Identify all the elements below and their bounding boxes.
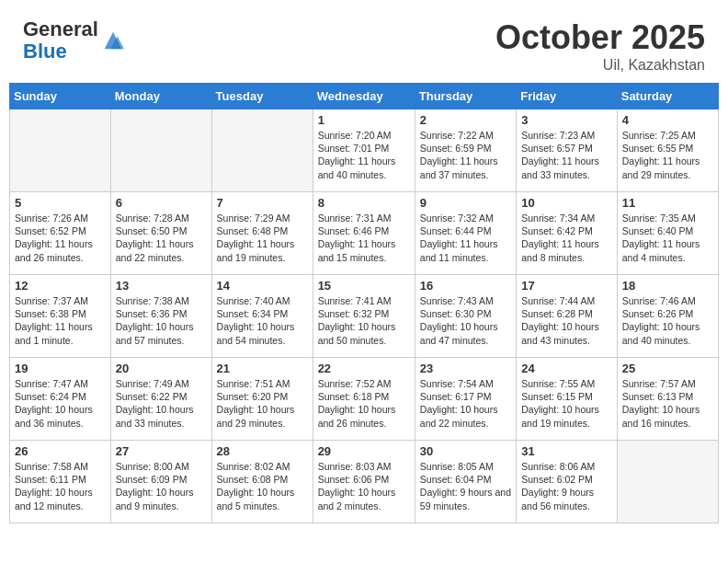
day-info: Sunrise: 8:02 AM Sunset: 6:08 PM Dayligh… [217,460,308,512]
day-number: 6 [116,196,207,210]
day-info: Sunrise: 7:41 AM Sunset: 6:32 PM Dayligh… [318,294,410,347]
calendar-day-cell: 10Sunrise: 7:34 AM Sunset: 6:42 PM Dayli… [517,192,618,275]
day-number: 30 [420,444,511,458]
calendar-day-cell: 20Sunrise: 7:49 AM Sunset: 6:22 PM Dayli… [110,358,211,441]
calendar-week-5: 26Sunrise: 7:58 AM Sunset: 6:11 PM Dayli… [10,441,719,523]
day-number: 3 [521,113,612,127]
day-number: 11 [622,196,713,210]
day-info: Sunrise: 8:05 AM Sunset: 6:04 PM Dayligh… [420,460,511,512]
day-info: Sunrise: 7:43 AM Sunset: 6:30 PM Dayligh… [420,294,511,347]
calendar-week-4: 19Sunrise: 7:47 AM Sunset: 6:24 PM Dayli… [10,358,719,441]
day-info: Sunrise: 7:54 AM Sunset: 6:17 PM Dayligh… [420,377,511,430]
calendar-day-cell: 31Sunrise: 8:06 AM Sunset: 6:02 PM Dayli… [517,441,618,523]
logo-blue: Blue [23,40,67,63]
day-number: 9 [420,196,511,210]
weekday-header-saturday: Saturday [617,84,718,109]
day-info: Sunrise: 7:25 AM Sunset: 6:55 PM Dayligh… [622,129,713,181]
day-number: 13 [116,279,207,293]
calendar-day-cell: 9Sunrise: 7:32 AM Sunset: 6:44 PM Daylig… [415,192,516,275]
day-number: 19 [15,362,106,375]
day-number: 8 [318,196,410,210]
day-info: Sunrise: 7:47 AM Sunset: 6:24 PM Dayligh… [15,377,106,430]
day-number: 2 [420,113,511,127]
logo-general: General [23,17,98,40]
logo-text: General Blue [23,17,98,63]
calendar-day-cell: 4Sunrise: 7:25 AM Sunset: 6:55 PM Daylig… [617,109,718,192]
calendar-day-cell: 26Sunrise: 7:58 AM Sunset: 6:11 PM Dayli… [10,441,111,523]
day-number: 26 [15,444,106,458]
calendar-day-cell: 2Sunrise: 7:22 AM Sunset: 6:59 PM Daylig… [415,109,516,192]
day-info: Sunrise: 8:03 AM Sunset: 6:06 PM Dayligh… [318,460,410,512]
location-subtitle: Uil, Kazakhstan [495,57,705,74]
calendar-day-cell: 29Sunrise: 8:03 AM Sunset: 6:06 PM Dayli… [313,441,415,523]
day-info: Sunrise: 7:38 AM Sunset: 6:36 PM Dayligh… [116,294,207,347]
day-info: Sunrise: 7:55 AM Sunset: 6:15 PM Dayligh… [521,377,612,430]
calendar-week-2: 5Sunrise: 7:26 AM Sunset: 6:52 PM Daylig… [10,192,719,275]
day-info: Sunrise: 7:35 AM Sunset: 6:40 PM Dayligh… [622,212,713,264]
day-number: 15 [318,279,410,293]
day-number: 16 [420,279,511,293]
day-info: Sunrise: 7:20 AM Sunset: 7:01 PM Dayligh… [318,129,410,181]
calendar-day-cell: 12Sunrise: 7:37 AM Sunset: 6:38 PM Dayli… [10,275,111,358]
calendar-day-cell: 22Sunrise: 7:52 AM Sunset: 6:18 PM Dayli… [313,358,415,441]
day-info: Sunrise: 7:37 AM Sunset: 6:38 PM Dayligh… [15,294,106,347]
calendar-day-cell: 24Sunrise: 7:55 AM Sunset: 6:15 PM Dayli… [517,358,618,441]
day-info: Sunrise: 7:44 AM Sunset: 6:28 PM Dayligh… [521,294,612,347]
calendar-day-cell: 3Sunrise: 7:23 AM Sunset: 6:57 PM Daylig… [517,109,618,192]
day-number: 29 [318,444,410,458]
day-number: 10 [521,196,612,210]
day-number: 1 [318,113,410,127]
day-info: Sunrise: 7:51 AM Sunset: 6:20 PM Dayligh… [217,377,308,430]
day-info: Sunrise: 7:31 AM Sunset: 6:46 PM Dayligh… [318,212,410,264]
day-number: 28 [217,444,308,458]
calendar-day-cell: 17Sunrise: 7:44 AM Sunset: 6:28 PM Dayli… [517,275,618,358]
logo-icon [100,28,126,53]
day-number: 5 [15,196,106,210]
day-info: Sunrise: 8:06 AM Sunset: 6:02 PM Dayligh… [521,460,612,512]
calendar-day-cell: 25Sunrise: 7:57 AM Sunset: 6:13 PM Dayli… [617,358,718,441]
day-info: Sunrise: 7:32 AM Sunset: 6:44 PM Dayligh… [420,212,511,264]
day-info: Sunrise: 7:26 AM Sunset: 6:52 PM Dayligh… [15,212,106,264]
calendar-day-cell [211,109,313,192]
weekday-header-monday: Monday [110,84,211,109]
day-info: Sunrise: 8:00 AM Sunset: 6:09 PM Dayligh… [116,460,207,512]
calendar-day-cell [110,109,211,192]
day-number: 22 [318,362,410,375]
calendar-day-cell: 5Sunrise: 7:26 AM Sunset: 6:52 PM Daylig… [10,192,111,275]
calendar-day-cell [10,109,111,192]
day-info: Sunrise: 7:29 AM Sunset: 6:48 PM Dayligh… [217,212,308,264]
weekday-header-sunday: Sunday [10,84,111,109]
day-info: Sunrise: 7:46 AM Sunset: 6:26 PM Dayligh… [622,294,713,347]
weekday-header-friday: Friday [517,84,618,109]
day-number: 12 [15,279,106,293]
calendar-day-cell: 6Sunrise: 7:28 AM Sunset: 6:50 PM Daylig… [110,192,211,275]
day-info: Sunrise: 7:22 AM Sunset: 6:59 PM Dayligh… [420,129,511,181]
page-header: General Blue October 2025 Uil, Kazakhsta… [9,9,719,78]
calendar-week-1: 1Sunrise: 7:20 AM Sunset: 7:01 PM Daylig… [10,109,719,192]
calendar-day-cell: 14Sunrise: 7:40 AM Sunset: 6:34 PM Dayli… [211,275,313,358]
calendar-day-cell: 15Sunrise: 7:41 AM Sunset: 6:32 PM Dayli… [313,275,415,358]
calendar-day-cell: 30Sunrise: 8:05 AM Sunset: 6:04 PM Dayli… [415,441,516,523]
calendar-day-cell: 7Sunrise: 7:29 AM Sunset: 6:48 PM Daylig… [211,192,313,275]
day-info: Sunrise: 7:52 AM Sunset: 6:18 PM Dayligh… [318,377,410,430]
calendar-day-cell: 16Sunrise: 7:43 AM Sunset: 6:30 PM Dayli… [415,275,516,358]
calendar-table: SundayMondayTuesdayWednesdayThursdayFrid… [9,83,719,523]
calendar-day-cell: 1Sunrise: 7:20 AM Sunset: 7:01 PM Daylig… [313,109,415,192]
day-info: Sunrise: 7:40 AM Sunset: 6:34 PM Dayligh… [217,294,308,347]
day-info: Sunrise: 7:28 AM Sunset: 6:50 PM Dayligh… [116,212,207,264]
day-number: 18 [622,279,713,293]
weekday-header-wednesday: Wednesday [313,84,415,109]
day-number: 7 [217,196,308,210]
logo: General Blue [23,18,126,63]
calendar-day-cell: 18Sunrise: 7:46 AM Sunset: 6:26 PM Dayli… [617,275,718,358]
weekday-header-tuesday: Tuesday [211,84,313,109]
calendar-day-cell: 11Sunrise: 7:35 AM Sunset: 6:40 PM Dayli… [617,192,718,275]
day-info: Sunrise: 7:58 AM Sunset: 6:11 PM Dayligh… [15,460,106,512]
day-number: 17 [521,279,612,293]
day-number: 23 [420,362,511,375]
calendar-day-cell: 21Sunrise: 7:51 AM Sunset: 6:20 PM Dayli… [211,358,313,441]
calendar-day-cell: 28Sunrise: 8:02 AM Sunset: 6:08 PM Dayli… [211,441,313,523]
weekday-header-thursday: Thursday [415,84,516,109]
day-number: 4 [622,113,713,127]
calendar-week-3: 12Sunrise: 7:37 AM Sunset: 6:38 PM Dayli… [10,275,719,358]
